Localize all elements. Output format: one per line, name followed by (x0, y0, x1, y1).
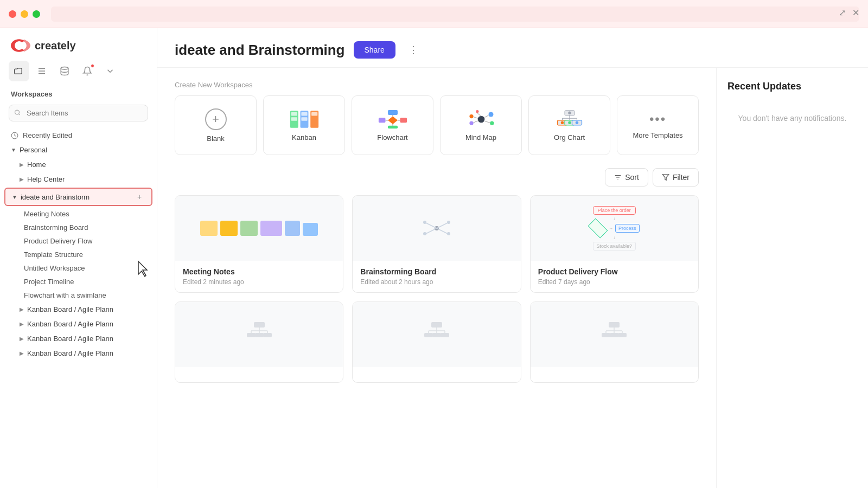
svg-line-26 (477, 113, 481, 116)
sidebar-item-home[interactable]: ▶ Home (0, 157, 157, 172)
sidebar-item-product-delivery-flow[interactable]: Product Delivery Flow (0, 234, 157, 248)
svg-line-50 (426, 223, 437, 228)
workspace-name: Product Delivery Flow (538, 267, 691, 276)
template-orgchart[interactable]: Org Chart (528, 95, 610, 155)
create-new-section: Create New Workspaces + Blank (175, 81, 699, 155)
titlebar (0, 0, 868, 28)
workspace-card-blank-1[interactable] (175, 301, 343, 383)
url-bar[interactable] (51, 7, 859, 22)
sidebar-item-brainstorming-board[interactable]: Brainstorming Board (0, 221, 157, 234)
logo-text: creately (35, 40, 76, 52)
svg-line-29 (473, 117, 477, 118)
sidebar-item-meeting-notes[interactable]: Meeting Notes (0, 207, 157, 221)
workspace-card-meeting-notes[interactable]: Meeting Notes Edited 2 minutes ago (175, 195, 343, 293)
workspace-info (531, 367, 698, 382)
template-mindmap[interactable]: Mind Map (440, 95, 522, 155)
workspace-card-blank-2[interactable] (352, 301, 521, 383)
sidebar-item-kanban3[interactable]: ▶ Kanban Board / Agile Plann (0, 331, 157, 346)
template-flowchart[interactable]: Flowchart (352, 95, 433, 155)
svg-point-49 (447, 232, 450, 235)
workspace-name: Meeting Notes (183, 267, 335, 276)
workspace-edited: Edited 7 days ago (538, 278, 691, 286)
svg-line-27 (484, 115, 488, 117)
sidebar-item-personal[interactable]: ▼ Personal (0, 143, 157, 157)
svg-rect-6 (291, 112, 297, 115)
more-options-icon-btn[interactable] (100, 61, 120, 81)
sidebar-item-untitled-workspace[interactable]: Untitled Workspace (0, 261, 157, 275)
org-thumb-icon-3 (601, 321, 628, 348)
template-kanban[interactable]: Kanban (263, 95, 345, 155)
template-kanban-label: Kanban (292, 133, 316, 142)
minimize-dot[interactable] (21, 10, 28, 18)
workspace-thumbnail (175, 196, 343, 261)
workspace-card-product-delivery-flow[interactable]: Place the order ↓ → Process ↓ Stock avai… (530, 195, 699, 293)
chevron-right-icon: ▶ (20, 350, 24, 356)
database-icon-btn[interactable] (54, 61, 75, 81)
expand-icon[interactable]: ⤢ (839, 8, 846, 18)
svg-point-20 (477, 115, 484, 123)
workspace-info (353, 367, 520, 382)
sidebar-item-template-structure[interactable]: Template Structure (0, 248, 157, 261)
template-more-label: More Templates (633, 131, 682, 139)
sidebar-item-flowchart-swimlane[interactable]: Flowchart with a swimlane (0, 288, 157, 302)
svg-point-24 (469, 121, 473, 125)
add-workspace-button[interactable]: + (134, 191, 145, 202)
workspace-card-blank-3[interactable] (530, 301, 699, 383)
org-thumb-icon-2 (423, 321, 450, 348)
template-blank[interactable]: + Blank (175, 95, 257, 155)
svg-point-32 (568, 111, 571, 114)
workspace-card-brainstorming-board[interactable]: Brainstorming Board Edited about 2 hours… (352, 195, 521, 293)
workspaces-heading: Workspaces (0, 88, 157, 102)
search-input[interactable] (9, 105, 148, 121)
svg-point-22 (490, 121, 494, 125)
plus-icon: + (205, 108, 227, 130)
svg-point-23 (469, 114, 473, 118)
clock-icon (11, 132, 18, 139)
more-dots-icon: ••• (649, 112, 666, 127)
list-icon-btn[interactable] (31, 61, 52, 81)
sidebar-item-kanban2[interactable]: ▶ Kanban Board / Agile Plann (0, 317, 157, 331)
svg-rect-9 (301, 117, 307, 121)
filter-button[interactable]: Filter (653, 168, 699, 187)
close-dot[interactable] (9, 10, 16, 18)
workspace-thumbnail (353, 302, 520, 367)
chevron-right-icon: ▶ (20, 321, 24, 327)
svg-rect-69 (424, 333, 433, 337)
recently-edited-item[interactable]: Recently Edited (0, 128, 157, 143)
svg-rect-70 (432, 333, 441, 337)
sidebar-item-ideate-brainstorm-active[interactable]: ▼ ideate and Brainstorm + (4, 188, 152, 206)
workspace-info: Meeting Notes Edited 2 minutes ago (175, 261, 343, 292)
template-orgchart-label: Org Chart (554, 133, 585, 142)
svg-marker-12 (388, 116, 398, 124)
app-layout: creately Workspaces (0, 28, 868, 488)
close-window-icon[interactable]: ✕ (852, 8, 859, 18)
template-mindmap-label: Mind Map (465, 133, 496, 142)
maximize-dot[interactable] (33, 10, 40, 18)
sort-button[interactable]: Sort (605, 168, 648, 187)
recent-updates-panel: Recent Updates You don't have any notifi… (716, 68, 868, 488)
recent-updates-title: Recent Updates (727, 81, 857, 92)
content-area: Create New Workspaces + Blank (157, 68, 716, 488)
workspace-info: Brainstorming Board Edited about 2 hours… (353, 261, 520, 292)
svg-point-47 (447, 221, 450, 224)
svg-rect-61 (255, 333, 264, 337)
folder-icon-btn[interactable] (9, 61, 29, 81)
svg-line-30 (473, 120, 477, 123)
search-icon (14, 109, 21, 117)
sidebar-item-kanban1[interactable]: ▶ Kanban Board / Agile Plann (0, 302, 157, 317)
mindmap-icon (466, 110, 496, 129)
list-controls: Sort Filter (175, 168, 699, 187)
svg-point-21 (488, 112, 493, 117)
chevron-right-icon: ▶ (20, 162, 24, 168)
share-button[interactable]: Share (354, 41, 395, 59)
svg-point-53 (423, 232, 426, 235)
notification-icon-btn[interactable] (77, 61, 98, 81)
more-options-button[interactable]: ⋮ (404, 42, 423, 58)
workspace-thumbnail (353, 196, 520, 261)
sidebar-item-help-center[interactable]: ▶ Help Center (0, 172, 157, 187)
org-thumb-icon (246, 321, 273, 348)
sidebar-item-kanban4[interactable]: ▶ Kanban Board / Agile Plann (0, 346, 157, 361)
sidebar-item-project-timeline[interactable]: Project Timeline (0, 275, 157, 288)
svg-line-28 (484, 121, 490, 123)
template-more[interactable]: ••• More Templates (617, 95, 699, 155)
